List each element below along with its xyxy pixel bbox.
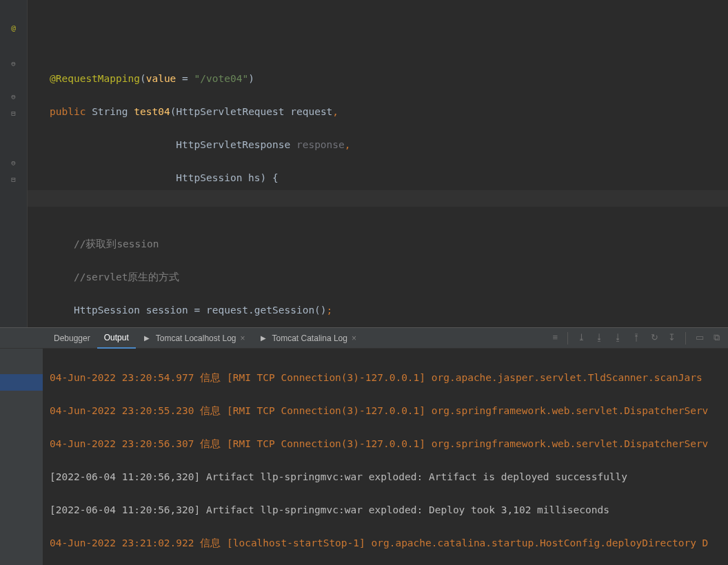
keyword-public: public <box>50 106 85 117</box>
fold-icon[interactable]: ⊖ <box>11 92 16 101</box>
fold-icon[interactable]: ⊖ <box>11 158 16 167</box>
log-line: [2022-06-04 11:20:56,320] Artifact llp-s… <box>50 469 708 485</box>
upload-icon[interactable]: ⭱ <box>632 332 641 345</box>
scroll-icon[interactable]: ↧ <box>668 332 676 345</box>
scroll-to-end-icon[interactable]: ⤓ <box>578 332 585 345</box>
download-icon[interactable]: ⭳ <box>614 332 623 345</box>
layout-icon[interactable]: ▭ <box>696 332 704 345</box>
console-output[interactable]: 04-Jun-2022 23:20:54.977 信息 [RMI TCP Con… <box>43 349 728 565</box>
log-line: 04-Jun-2022 23:21:02.922 信息 [localhost-s… <box>50 535 708 551</box>
reload-icon[interactable]: ↻ <box>651 332 658 345</box>
annotation-gutter-icon: @ <box>11 23 16 32</box>
server-icon: ▶ <box>143 333 152 342</box>
console-toolbar: ≡ ⤓ ⭳ ⭳ ⭱ ↻ ↧ ▭ ⧉ <box>552 332 728 345</box>
param: HttpServletRequest request <box>176 106 332 117</box>
run-tool-window: Debugger Output ▶ Tomcat Localhost Log ×… <box>0 328 728 565</box>
tab-tomcat-localhost-log[interactable]: ▶ Tomcat Localhost Log × <box>136 328 252 349</box>
comma: , <box>345 139 351 150</box>
tab-label: Tomcat Catalina Log <box>272 333 347 343</box>
selected-row-indicator <box>0 374 43 391</box>
log-line: 04-Jun-2022 23:20:56.307 信息 [RMI TCP Con… <box>50 435 708 452</box>
editor-gutter: @ ⊖ ⊖ ⊟ ⊖ ⊟ <box>0 0 28 327</box>
tool-window-tabs: Debugger Output ▶ Tomcat Localhost Log ×… <box>0 328 728 349</box>
comment: //servlet原生的方式 <box>74 271 180 282</box>
param: HttpSession hs) { <box>176 172 278 183</box>
tab-label: Output <box>104 333 129 342</box>
fold-icon[interactable]: ⊟ <box>11 175 16 184</box>
equals: = <box>176 73 194 84</box>
method-name: test04 <box>134 106 170 117</box>
tab-label: Debugger <box>54 333 90 343</box>
tab-label: Tomcat Localhost Log <box>156 333 236 343</box>
return-type: String <box>92 106 128 117</box>
tool-window-side-strip <box>0 349 43 565</box>
tab-debugger[interactable]: Debugger <box>47 328 97 349</box>
settings-icon[interactable]: ⧉ <box>714 332 720 345</box>
string-literal: "/vote04" <box>194 73 249 84</box>
comma: , <box>332 106 338 117</box>
separator <box>685 332 686 345</box>
anno-attr: value <box>146 73 176 84</box>
close-icon[interactable]: × <box>241 333 245 343</box>
soft-wrap-icon[interactable]: ≡ <box>552 332 558 345</box>
code-editor[interactable]: @ ⊖ ⊖ ⊟ ⊖ ⊟ @RequestMapping(value = "/vo… <box>0 0 728 327</box>
server-icon: ▶ <box>259 333 268 342</box>
download-icon[interactable]: ⭳ <box>595 332 604 345</box>
tab-tomcat-catalina-log[interactable]: ▶ Tomcat Catalina Log × <box>252 328 363 349</box>
log-line: 04-Jun-2022 23:20:54.977 信息 [RMI TCP Con… <box>50 369 708 386</box>
separator <box>567 332 568 345</box>
fold-icon[interactable]: ⊟ <box>11 109 16 118</box>
tab-output[interactable]: Output <box>97 328 136 349</box>
log-line: 04-Jun-2022 23:20:55.230 信息 [RMI TCP Con… <box>50 402 708 419</box>
annotation: @RequestMapping <box>50 73 140 84</box>
semicolon: ; <box>327 305 333 316</box>
code-content[interactable]: @RequestMapping(value = "/vote04") publi… <box>28 0 728 327</box>
close-icon[interactable]: × <box>352 333 356 343</box>
param-name: response <box>296 139 345 150</box>
fold-icon[interactable]: ⊖ <box>11 59 16 68</box>
comment: //获取到session <box>74 238 159 249</box>
param-type: HttpServletResponse <box>176 139 290 150</box>
statement: HttpSession session = request.getSession… <box>74 305 327 316</box>
log-line: [2022-06-04 11:20:56,320] Artifact llp-s… <box>50 502 708 518</box>
